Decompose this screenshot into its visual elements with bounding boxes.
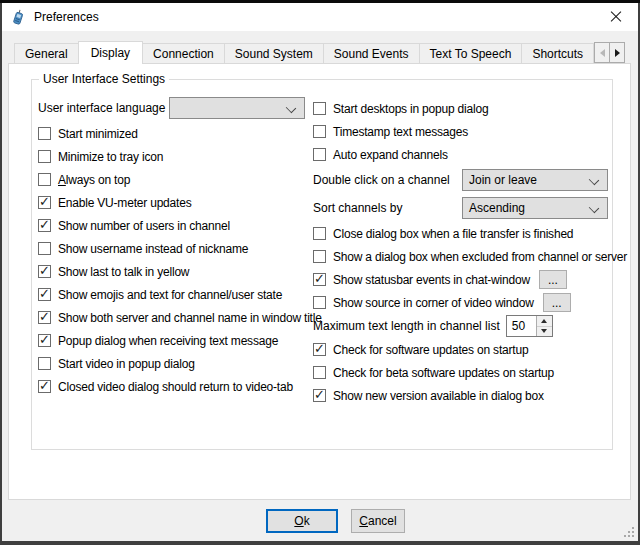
- tab-page-display: User Interface Settings User interface l…: [8, 63, 631, 500]
- max-text-length-row: Maximum text length in channel list 50: [313, 314, 613, 338]
- checkbox-label: Timestamp text messages: [333, 125, 468, 139]
- chevron-down-icon: [589, 175, 599, 185]
- checkbox-unchecked-icon[interactable]: [313, 125, 326, 138]
- checkbox-checked-icon[interactable]: [313, 389, 326, 402]
- combobox-value: Ascending: [463, 201, 525, 215]
- checkbox-unchecked-icon[interactable]: [313, 250, 326, 263]
- tab-text-to-speech[interactable]: Text To Speech: [419, 43, 523, 63]
- checkbox-start-video-in-popup-dialog[interactable]: Start video in popup dialog: [38, 352, 310, 375]
- max-text-length-label: Maximum text length in channel list: [313, 319, 500, 333]
- checkbox-unchecked-icon[interactable]: [38, 150, 51, 163]
- checkbox-label: Show source in corner of video window: [333, 296, 534, 310]
- checkbox-checked-icon[interactable]: [38, 219, 51, 232]
- checkbox-label: Auto expand channels: [333, 148, 448, 162]
- checkbox-show-both-server-and-channel-name-in-window-title[interactable]: Show both server and channel name in win…: [38, 306, 310, 329]
- tab-display[interactable]: Display: [78, 41, 143, 64]
- spin-up-button[interactable]: [537, 316, 552, 327]
- checkbox-label: Closed video dialog should return to vid…: [58, 380, 293, 394]
- checkbox-always-on-top[interactable]: Always on top: [38, 168, 310, 191]
- arrow-down-icon: [541, 329, 547, 333]
- language-combobox[interactable]: [169, 97, 305, 119]
- tab-shortcuts[interactable]: Shortcuts: [521, 43, 594, 63]
- checkbox-start-desktops-in-popup-dialog[interactable]: Start desktops in popup dialog: [313, 97, 613, 120]
- tab-general[interactable]: General: [14, 43, 79, 63]
- checkbox-label: Start desktops in popup dialog: [333, 102, 488, 116]
- spinner-buttons: [536, 316, 552, 336]
- checkbox-checked-icon[interactable]: [38, 265, 51, 278]
- checkbox-unchecked-icon[interactable]: [38, 357, 51, 370]
- tab-sound-system[interactable]: Sound System: [224, 43, 324, 63]
- checkbox-label: Minimize to tray icon: [58, 150, 163, 164]
- checkbox-checked-icon[interactable]: [38, 196, 51, 209]
- checkbox-label: Popup dialog when receiving text message: [58, 334, 278, 348]
- checkbox-checked-icon[interactable]: [38, 380, 51, 393]
- preferences-window: Preferences GeneralDisplayConnectionSoun…: [2, 3, 638, 541]
- checkbox-check-for-software-updates-on-startup[interactable]: Check for software updates on startup: [313, 338, 613, 361]
- checkbox-unchecked-icon[interactable]: [313, 102, 326, 115]
- titlebar[interactable]: Preferences: [2, 3, 638, 31]
- checkbox-unchecked-icon[interactable]: [313, 227, 326, 240]
- checkbox-popup-dialog-when-receiving-text-message[interactable]: Popup dialog when receiving text message: [38, 329, 310, 352]
- checkbox-closed-video-dialog-should-return-to-video-tab[interactable]: Closed video dialog should return to vid…: [38, 375, 310, 398]
- checkbox-checked-icon[interactable]: [313, 273, 326, 286]
- left-settings-column: User interface language Start minimizedM…: [38, 94, 310, 398]
- arrow-right-icon: [615, 49, 620, 57]
- resize-grip[interactable]: [622, 525, 635, 538]
- ok-button[interactable]: Ok: [266, 509, 338, 533]
- checkbox-unchecked-icon[interactable]: [313, 296, 326, 309]
- checkbox-show-number-of-users-in-channel[interactable]: Show number of users in channel: [38, 214, 310, 237]
- max-text-length-spinner[interactable]: 50: [506, 315, 553, 337]
- checkbox-label: Start video in popup dialog: [58, 357, 195, 371]
- checkbox-show-last-to-talk-in-yellow[interactable]: Show last to talk in yellow: [38, 260, 310, 283]
- checkbox-start-minimized[interactable]: Start minimized: [38, 122, 310, 145]
- checkbox-check-for-beta-software-updates-on-startup[interactable]: Check for beta software updates on start…: [313, 361, 613, 384]
- checkbox-show-statusbar-events-in-chat-window[interactable]: Show statusbar events in chat-window...: [313, 268, 613, 291]
- close-button[interactable]: [593, 3, 638, 31]
- checkbox-auto-expand-channels[interactable]: Auto expand channels: [313, 143, 613, 166]
- checkbox-unchecked-icon[interactable]: [313, 148, 326, 161]
- show-source-in-corner-of-video-window-more-button[interactable]: ...: [543, 293, 571, 312]
- tab-scroll-left-button[interactable]: [594, 42, 610, 63]
- checkbox-unchecked-icon[interactable]: [38, 127, 51, 140]
- cancel-button[interactable]: Cancel: [351, 509, 405, 533]
- show-statusbar-events-in-chat-window-more-button[interactable]: ...: [539, 270, 567, 289]
- arrow-up-icon: [541, 319, 547, 323]
- checkbox-unchecked-icon[interactable]: [313, 366, 326, 379]
- window-title: Preferences: [34, 10, 99, 24]
- double-click-on-a-channel-combobox[interactable]: Join or leave: [462, 169, 608, 191]
- checkbox-show-new-version-available-in-dialog-box[interactable]: Show new version available in dialog box: [313, 384, 613, 407]
- language-label: User interface language: [38, 101, 169, 115]
- spin-down-button[interactable]: [537, 327, 552, 337]
- checkbox-close-dialog-box-when-a-file-transfer-is-finished[interactable]: Close dialog box when a file transfer is…: [313, 222, 613, 245]
- checkbox-unchecked-icon[interactable]: [38, 242, 51, 255]
- tab-sound-events[interactable]: Sound Events: [323, 43, 420, 63]
- checkbox-show-emojis-and-text-for-channel-user-state[interactable]: Show emojis and text for channel/user st…: [38, 283, 310, 306]
- tab-scrollers: [594, 42, 625, 63]
- checkbox-show-username-instead-of-nickname[interactable]: Show username instead of nickname: [38, 237, 310, 260]
- checkbox-checked-icon[interactable]: [38, 311, 51, 324]
- language-row: User interface language: [38, 94, 310, 122]
- checkbox-timestamp-text-messages[interactable]: Timestamp text messages: [313, 120, 613, 143]
- checkbox-enable-vu-meter-updates[interactable]: Enable VU-meter updates: [38, 191, 310, 214]
- checkbox-label: Show new version available in dialog box: [333, 389, 544, 403]
- checkbox-label: Show both server and channel name in win…: [58, 311, 322, 325]
- checkbox-show-a-dialog-box-when-excluded-from-channel-or-server[interactable]: Show a dialog box when excluded from cha…: [313, 245, 613, 268]
- right-bottom-checkbox-list: Check for software updates on startupChe…: [313, 338, 613, 407]
- sort-channels-by-combobox[interactable]: Ascending: [462, 197, 608, 219]
- checkbox-checked-icon[interactable]: [38, 334, 51, 347]
- chevron-down-icon: [286, 103, 296, 113]
- tab-connection[interactable]: Connection: [142, 43, 225, 63]
- checkbox-label: Show emojis and text for channel/user st…: [58, 288, 282, 302]
- checkbox-show-source-in-corner-of-video-window[interactable]: Show source in corner of video window...: [313, 291, 613, 314]
- checkbox-label: Always on top: [58, 173, 130, 187]
- checkbox-checked-icon[interactable]: [313, 343, 326, 356]
- checkbox-minimize-to-tray-icon[interactable]: Minimize to tray icon: [38, 145, 310, 168]
- checkbox-checked-icon[interactable]: [38, 288, 51, 301]
- close-icon: [610, 11, 622, 23]
- right-dropdown-rows: Double click on a channelJoin or leaveSo…: [313, 166, 613, 222]
- checkbox-unchecked-icon[interactable]: [38, 173, 51, 186]
- tab-scroll-right-button[interactable]: [610, 42, 625, 63]
- spinner-value: 50: [507, 316, 536, 336]
- checkbox-label: Check for software updates on startup: [333, 343, 528, 357]
- double-click-on-a-channel-row: Double click on a channelJoin or leave: [313, 166, 613, 194]
